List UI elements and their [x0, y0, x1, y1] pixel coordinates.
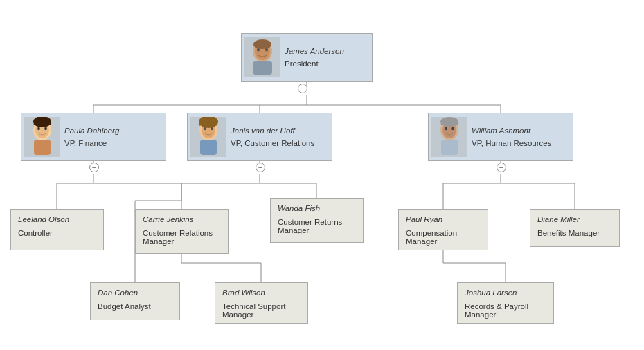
- org-chart: James Anderson President − Paula Dahlber…: [0, 0, 644, 350]
- node-paul: Paul Ryan Compensation Manager: [398, 209, 488, 250]
- avatar-paula: [24, 117, 60, 157]
- collapse-janis[interactable]: −: [256, 163, 265, 172]
- svg-rect-31: [253, 61, 272, 75]
- james-title: President: [285, 59, 344, 68]
- joshua-title: Records & Payroll Manager: [465, 302, 546, 319]
- node-james: James Anderson President: [241, 33, 373, 82]
- dan-title: Budget Analyst: [98, 302, 172, 311]
- node-janis: Janis van der Hoff VP, Customer Relation…: [187, 113, 332, 161]
- brad-name: Brad Wilson: [222, 288, 301, 297]
- collapse-william[interactable]: −: [497, 163, 506, 172]
- diane-title: Benefits Manager: [537, 229, 612, 237]
- node-dan: Dan Cohen Budget Analyst: [90, 282, 180, 320]
- svg-point-34: [253, 39, 271, 49]
- node-wanda: Wanda Fish Customer Returns Manager: [270, 198, 364, 243]
- leeland-name: Leeland Olson: [18, 215, 96, 223]
- paula-name: Paula Dahlberg: [64, 127, 119, 135]
- node-diane: Diane Miller Benefits Manager: [530, 209, 620, 247]
- node-joshua: Joshua Larsen Records & Payroll Manager: [457, 282, 554, 324]
- node-carrie: Carrie Jenkins Customer Relations Manage…: [135, 209, 229, 254]
- janis-title: VP, Customer Relations: [231, 139, 314, 147]
- dan-name: Dan Cohen: [98, 288, 172, 297]
- svg-point-39: [44, 127, 47, 129]
- node-leeland: Leeland Olson Controller: [10, 209, 104, 250]
- paula-text: Paula Dahlberg VP, Finance: [64, 127, 119, 147]
- svg-point-52: [440, 117, 458, 127]
- avatar-william: [431, 117, 467, 157]
- carrie-name: Carrie Jenkins: [143, 215, 221, 223]
- photo-paula: [24, 117, 60, 157]
- william-text: William Ashmont VP, Human Resources: [472, 127, 551, 147]
- node-william: William Ashmont VP, Human Resources: [428, 113, 573, 161]
- william-title: VP, Human Resources: [472, 139, 551, 147]
- svg-rect-43: [200, 140, 217, 155]
- svg-rect-37: [34, 140, 51, 155]
- paul-name: Paul Ryan: [406, 215, 481, 223]
- wanda-title: Customer Returns Manager: [278, 218, 356, 234]
- svg-point-50: [445, 127, 447, 129]
- leeland-title: Controller: [18, 229, 96, 237]
- wanda-name: Wanda Fish: [278, 204, 356, 212]
- william-name: William Ashmont: [472, 127, 551, 135]
- node-brad: Brad Wilson Technical Support Manager: [215, 282, 308, 324]
- photo-janis: [190, 117, 226, 157]
- paula-title: VP, Finance: [64, 139, 119, 147]
- brad-title: Technical Support Manager: [222, 302, 301, 319]
- node-paula: Paula Dahlberg VP, Finance: [21, 113, 166, 161]
- photo-james: [244, 37, 280, 77]
- svg-point-51: [451, 127, 454, 129]
- joshua-name: Joshua Larsen: [465, 288, 546, 297]
- photo-william: [431, 117, 467, 157]
- svg-rect-49: [441, 140, 458, 155]
- paul-title: Compensation Manager: [406, 229, 481, 246]
- diane-name: Diane Miller: [537, 215, 612, 223]
- avatar-james: [244, 37, 280, 77]
- collapse-james[interactable]: −: [298, 84, 307, 93]
- carrie-title: Customer Relations Manager: [143, 229, 221, 246]
- james-text: James Anderson President: [285, 47, 344, 68]
- janis-name: Janis van der Hoff: [231, 127, 314, 135]
- avatar-janis: [190, 117, 226, 157]
- janis-text: Janis van der Hoff VP, Customer Relation…: [231, 127, 314, 147]
- collapse-paula[interactable]: −: [89, 163, 99, 172]
- svg-point-38: [37, 127, 40, 129]
- james-name: James Anderson: [285, 47, 344, 55]
